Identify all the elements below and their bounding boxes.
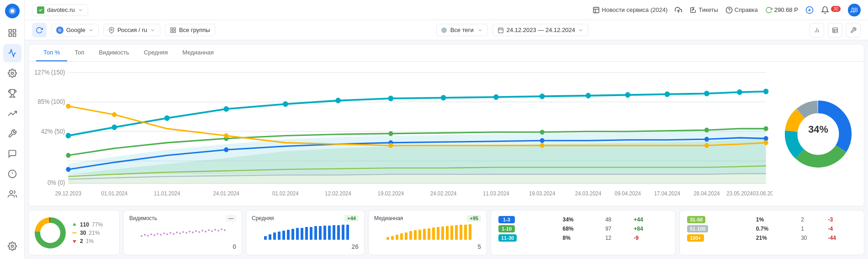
tags-label: Все теги	[450, 27, 474, 33]
table-row: 1-10 68% 97 +84	[497, 224, 670, 233]
svg-point-73	[704, 128, 709, 133]
region-label: Россия / ru	[117, 27, 147, 33]
svg-point-20	[111, 29, 112, 31]
svg-point-48	[112, 124, 117, 130]
sidebar-item-trophy[interactable]	[3, 84, 21, 103]
location-icon	[108, 27, 115, 33]
svg-point-62	[763, 89, 769, 94]
sidebar-item-chat[interactable]	[3, 145, 21, 163]
red-count: 2	[80, 238, 83, 244]
table-row: 11-30 8% 12 -9	[497, 233, 670, 243]
sidebar-item-dashboard[interactable]	[3, 24, 21, 42]
svg-point-54	[441, 95, 446, 100]
rank-table-1: 1-3 34% 48 +44 1-10 68% 97 +84 11-30 8%	[497, 215, 670, 243]
refresh-button[interactable]	[32, 23, 47, 38]
sidebar-item-tools[interactable]	[3, 124, 21, 143]
svg-rect-154	[333, 225, 335, 240]
card-table-1: 1-3 34% 48 +44 1-10 68% 97 +84 11-30 8%	[491, 210, 676, 255]
sidebar-item-gear[interactable]	[3, 237, 21, 255]
wrench-icon	[850, 27, 857, 33]
tab-top[interactable]: Топ	[67, 44, 91, 61]
rank-delta-51-100: -4	[826, 224, 858, 233]
help-button[interactable]: Справка	[725, 6, 758, 14]
region-selector[interactable]: Россия / ru	[103, 24, 160, 36]
tab-visibility[interactable]: Видимость	[92, 44, 137, 61]
toolbar: G Google Россия / ru Все группы Все теги…	[25, 20, 868, 40]
sidebar	[0, 0, 25, 259]
rank-delta-100plus: -44	[826, 233, 858, 243]
svg-rect-143	[282, 231, 285, 240]
svg-rect-172	[450, 226, 453, 240]
search-engine-label: Google	[66, 27, 85, 33]
svg-point-125	[182, 231, 184, 233]
rank-delta-31-50: -3	[826, 215, 858, 224]
avatar-initials: ДВ	[851, 7, 858, 13]
svg-point-122	[173, 233, 175, 235]
wrench-button[interactable]	[846, 23, 861, 38]
sidebar-item-analytics[interactable]	[3, 44, 21, 62]
rank-count-51-100: 1	[799, 224, 826, 233]
tab-top-pct[interactable]: Топ %	[36, 44, 67, 61]
sidebar-item-bug[interactable]	[3, 165, 21, 183]
rank-count-1-10: 97	[603, 224, 632, 233]
table-view-button[interactable]	[828, 23, 842, 38]
groups-selector[interactable]: Все группы	[165, 24, 215, 36]
svg-point-131	[201, 230, 203, 232]
notifications-button[interactable]: 30	[821, 6, 841, 14]
sidebar-item-users[interactable]	[3, 185, 21, 203]
svg-text:01.01.2024: 01.01.2024	[101, 190, 127, 197]
svg-point-67	[704, 137, 709, 142]
svg-point-68	[764, 136, 768, 141]
svg-point-80	[704, 143, 709, 148]
svg-rect-150	[314, 226, 317, 240]
svg-point-50	[223, 106, 229, 112]
svg-text:19.03.2024: 19.03.2024	[529, 190, 556, 197]
svg-point-114	[147, 235, 149, 237]
median-badge: +95	[467, 215, 481, 221]
svg-point-135	[214, 229, 216, 231]
average-badge: +44	[344, 215, 359, 221]
domain-selector[interactable]: davotec.ru	[32, 4, 88, 16]
tickets-label: Тикеты	[699, 6, 718, 13]
tab-median[interactable]: Медианная	[175, 44, 221, 61]
rank-table-2: 31-50 1% 2 -3 51-100 0.7% 1 -4 100+ 21%	[685, 215, 858, 243]
table-row: 1-3 34% 48 +44	[497, 215, 670, 224]
google-icon: G	[56, 27, 64, 34]
median-header: Медианная +95	[374, 215, 481, 221]
add-button[interactable]	[805, 6, 814, 14]
cloud-icon	[675, 6, 682, 14]
tab-average[interactable]: Средняя	[137, 44, 175, 61]
svg-text:17.04.2024: 17.04.2024	[654, 190, 681, 197]
svg-rect-166	[423, 229, 426, 240]
svg-text:03.06.2024: 03.06.2024	[753, 190, 773, 197]
svg-point-60	[704, 91, 709, 96]
svg-rect-176	[469, 224, 471, 240]
svg-point-9	[10, 191, 13, 194]
balance-display[interactable]: 290.68 Р	[765, 6, 798, 14]
svg-rect-164	[414, 230, 417, 240]
top-header: davotec.ru Новости сервиса (2024) Тикеты…	[25, 0, 868, 20]
svg-point-136	[217, 230, 219, 232]
visibility-badge: —	[226, 215, 236, 221]
notification-count: 30	[831, 6, 841, 12]
bar-chart-view-button[interactable]	[810, 23, 824, 38]
svg-point-78	[388, 143, 393, 148]
svg-point-81	[764, 140, 768, 145]
header-left: davotec.ru	[32, 4, 587, 16]
tickets-button[interactable]: Тикеты	[689, 6, 718, 14]
date-range-selector[interactable]: 24.12.2023 — 24.12.2024	[492, 24, 588, 36]
svg-rect-25	[498, 28, 503, 33]
news-button[interactable]: Новости сервиса (2024)	[593, 6, 667, 14]
sidebar-item-trend[interactable]	[3, 104, 21, 123]
svg-rect-156	[342, 225, 344, 240]
svg-point-115	[150, 233, 152, 235]
sidebar-item-settings[interactable]	[3, 64, 21, 82]
donut-chart-svg: 34%	[780, 95, 857, 173]
rank-pct-11-30: 8%	[561, 233, 603, 243]
search-engine-selector[interactable]: G Google	[51, 24, 99, 37]
avatar[interactable]: ДВ	[848, 4, 861, 16]
tags-selector[interactable]: Все теги	[436, 24, 488, 36]
cloud-sync-button[interactable]	[675, 6, 682, 14]
chevron-down-icon	[477, 27, 483, 33]
svg-text:23.05.2024: 23.05.2024	[726, 190, 753, 197]
